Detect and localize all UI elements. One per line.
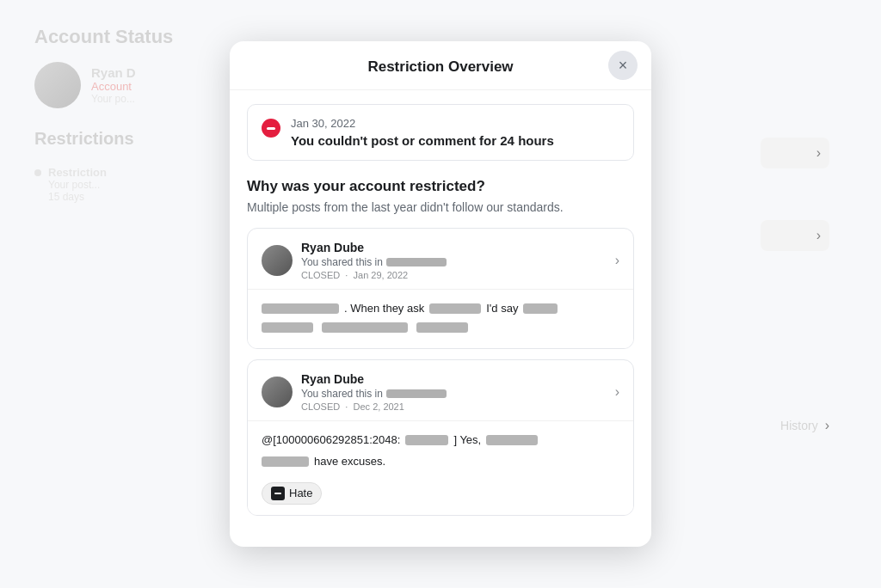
why-title: Why was your account restricted?	[247, 178, 634, 195]
post-2-shared-text: You shared this in	[301, 388, 447, 400]
post-2-closed-date: CLOSED · Dec 2, 2021	[301, 401, 447, 412]
modal-title: Restriction Overview	[367, 58, 513, 76]
why-desc: Multiple posts from the last year didn't…	[247, 200, 634, 214]
post-card-2[interactable]: Ryan Dube You shared this in CLOSED · De…	[247, 359, 634, 516]
post-1-shared-redacted	[386, 258, 447, 266]
post-1-chevron: ›	[615, 253, 619, 268]
modal-overlay: Restriction Overview × Jan 30, 2022 You …	[0, 0, 881, 588]
post-2-chevron: ›	[615, 384, 619, 400]
post-1-avatar	[262, 245, 293, 276]
restriction-icon-minus	[267, 127, 275, 130]
post-1-user-details: Ryan Dube You shared this in CLOSED · Ja…	[301, 241, 447, 280]
post-1-text-line-2	[262, 322, 619, 333]
restriction-banner-content: Jan 30, 2022 You couldn't post or commen…	[291, 117, 554, 148]
post-1-user-info: Ryan Dube You shared this in CLOSED · Ja…	[262, 241, 447, 280]
hate-tag-icon	[271, 487, 285, 500]
restriction-overview-modal: Restriction Overview × Jan 30, 2022 You …	[230, 41, 651, 547]
post-2-text-line-1: @[100000606292851:2048: ] Yes,	[262, 432, 619, 449]
restriction-icon	[262, 119, 280, 138]
hate-tag-label: Hate	[289, 487, 312, 499]
post-1-redact-6	[416, 322, 468, 333]
post-1-redact-3	[523, 303, 558, 314]
post-1-redact-4	[262, 322, 313, 333]
post-1-redact-1	[262, 303, 339, 314]
restriction-desc: You couldn't post or comment for 24 hour…	[291, 133, 554, 148]
post-2-body: @[100000606292851:2048: ] Yes, have excu…	[248, 421, 633, 515]
post-1-redact-2	[429, 303, 481, 314]
modal-close-button[interactable]: ×	[608, 51, 638, 80]
restriction-banner: Jan 30, 2022 You couldn't post or commen…	[247, 104, 634, 161]
post-2-user-name: Ryan Dube	[301, 372, 447, 386]
post-2-user-info: Ryan Dube You shared this in CLOSED · De…	[262, 372, 447, 412]
post-1-text-line-1: . When they ask I'd say	[262, 300, 619, 317]
post-2-redact-1	[405, 435, 448, 445]
svg-rect-0	[274, 493, 281, 494]
post-2-user-details: Ryan Dube You shared this in CLOSED · De…	[301, 372, 447, 412]
post-card-2-header: Ryan Dube You shared this in CLOSED · De…	[248, 360, 633, 421]
post-card-1-header: Ryan Dube You shared this in CLOSED · Ja…	[248, 229, 633, 290]
post-card-1[interactable]: Ryan Dube You shared this in CLOSED · Ja…	[247, 228, 634, 349]
post-2-text-line-2: have excuses.	[262, 453, 619, 470]
post-1-user-name: Ryan Dube	[301, 241, 447, 254]
hate-tag: Hate	[262, 482, 322, 505]
post-1-body: . When they ask I'd say	[248, 290, 633, 348]
post-2-redact-2	[486, 435, 538, 445]
modal-body: Jan 30, 2022 You couldn't post or commen…	[230, 90, 651, 547]
post-1-shared-text: You shared this in	[301, 256, 447, 268]
post-1-redact-5	[322, 322, 408, 333]
post-2-redact-3	[262, 456, 309, 467]
restriction-date: Jan 30, 2022	[291, 117, 554, 130]
modal-header: Restriction Overview ×	[230, 41, 651, 90]
post-1-closed-date: CLOSED · Jan 29, 2022	[301, 270, 447, 280]
post-2-shared-redacted	[386, 389, 447, 398]
post-2-avatar	[262, 377, 293, 407]
